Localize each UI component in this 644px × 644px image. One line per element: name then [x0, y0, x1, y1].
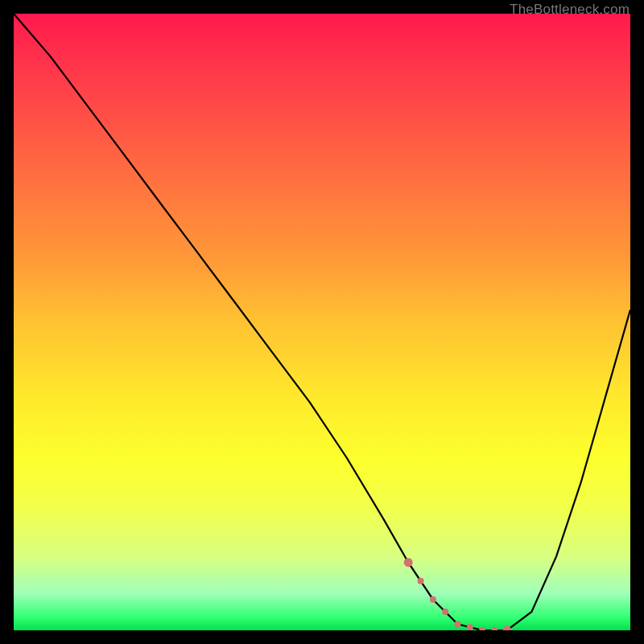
svg-point-5 — [467, 624, 473, 630]
svg-point-8 — [502, 626, 511, 631]
watermark-text: TheBottleneck.com — [510, 2, 630, 18]
svg-point-0 — [404, 558, 413, 567]
svg-point-3 — [442, 609, 448, 615]
svg-point-6 — [479, 627, 485, 630]
bottleneck-curve — [14, 14, 630, 630]
svg-point-2 — [430, 597, 436, 603]
svg-point-4 — [455, 621, 461, 627]
svg-point-1 — [418, 578, 424, 584]
chart-area — [14, 14, 630, 630]
svg-point-7 — [492, 627, 498, 630]
